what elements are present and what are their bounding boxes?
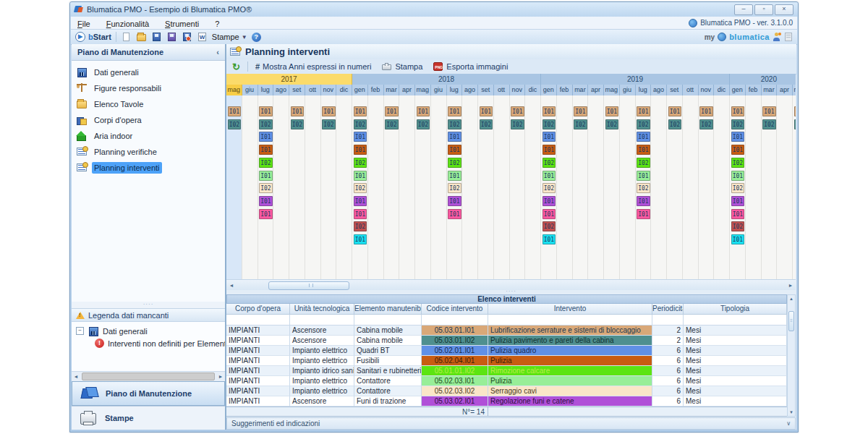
gantt-cell-05.03.01.I02[interactable]: I02 (291, 119, 305, 129)
gantt-cell-I01[interactable]: I01 (542, 209, 556, 219)
legend-tree-child[interactable]: ! Interventi non definiti per Elementi m… (76, 337, 222, 349)
status-bar[interactable]: Suggerimenti ed indicazioni ∨ (226, 417, 796, 430)
gantt-cell-05.03.01.I01[interactable]: I01 (259, 106, 273, 116)
gantt-cell-05.03.01.I02[interactable]: I02 (228, 119, 242, 129)
gantt-cell-05.01.01.I02[interactable]: I02 (542, 158, 556, 168)
user-account-button[interactable] (773, 33, 781, 41)
gantt-cell-I01[interactable]: I01 (542, 234, 556, 244)
save-button[interactable] (151, 32, 162, 42)
gantt-cell-05.03.01.I02[interactable]: I02 (699, 119, 713, 129)
nav-button-piano-di-manutenzione[interactable]: Piano di Manutenzione (72, 381, 225, 406)
gantt-cell-I01[interactable]: I01 (731, 209, 745, 219)
gantt-cell-05.03.02.I01[interactable]: I01 (259, 196, 273, 206)
legend-horizontal-scrollbar[interactable]: ◄ ► (72, 371, 225, 381)
filter-cell[interactable] (684, 315, 787, 326)
column-header-unit-tecnologica[interactable]: Unità tecnologica (290, 304, 354, 315)
gantt-cell-05.02.01.I01[interactable]: I01 (637, 132, 650, 142)
save-as-button[interactable] (182, 32, 192, 42)
table-scroll-thumb[interactable]: ≡ (788, 311, 794, 331)
gantt-cell-05.03.01.I01[interactable]: I01 (385, 106, 399, 116)
column-header-codice-intervento[interactable]: Codice intervento (422, 304, 488, 315)
gantt-cell-05.03.01.I02[interactable]: I02 (417, 119, 430, 129)
sidebar-item-aria-indoor[interactable]: Aria indoor (72, 128, 225, 144)
gantt-chart[interactable]: I01I01I01I01I01I01I01I01I01I01I01I01I01I… (226, 95, 796, 280)
sidebar-item-planning-verifiche[interactable]: Planning verifiche (72, 144, 225, 160)
column-header-tipologia[interactable]: Tipologia (684, 304, 787, 315)
gantt-cell-05.03.01.I02[interactable]: I02 (605, 119, 619, 129)
legend-tree-root[interactable]: − Dati generali (76, 325, 222, 337)
gantt-cell-05.02.04.I01[interactable]: I01 (637, 145, 650, 155)
menu-item-[interactable]: ? (213, 19, 221, 29)
stampe-dropdown[interactable]: Stampe ▼ (212, 33, 247, 41)
gantt-cell-05.03.01.I02[interactable]: I02 (794, 119, 796, 129)
table-row[interactable]: IMPIANTIImpianto elettricoContattore05.0… (226, 376, 787, 386)
gantt-cell-05.03.01.I02[interactable]: I02 (574, 119, 587, 129)
gantt-cell-05.03.01.I02[interactable]: I02 (354, 119, 367, 129)
sidebar-splitter[interactable]: ···· (72, 302, 225, 308)
sidebar-item-corpi-d-opera[interactable]: Corpi d'opera (72, 112, 225, 128)
scroll-up-icon[interactable]: ▲ (788, 295, 795, 302)
gantt-cell-05.03.02.I01[interactable]: I01 (542, 196, 556, 206)
gantt-cell-05.02.03.I01[interactable]: I01 (448, 171, 461, 181)
gantt-cell-05.03.01.I02[interactable]: I02 (322, 119, 336, 129)
filter-cell[interactable] (422, 315, 488, 326)
gantt-cell-05.01.01.I02[interactable]: I02 (448, 158, 461, 168)
gantt-cell-05.03.01.I02[interactable]: I02 (762, 119, 776, 129)
gantt-cell-05.02.03.I01[interactable]: I01 (259, 171, 273, 181)
gantt-cell-05.02.04.I01[interactable]: I01 (448, 145, 461, 155)
gantt-cell-05.03.01.I01[interactable]: I01 (322, 106, 336, 116)
table-vertical-scrollbar[interactable]: ▲ ≡ ▼ (787, 294, 796, 417)
gantt-cell-05.02.03.I01[interactable]: I01 (637, 171, 650, 181)
gantt-cell-05.03.01.I01[interactable]: I01 (762, 106, 776, 116)
bstart-button[interactable]: ▶ bStart (75, 32, 111, 42)
minimize-button[interactable]: – (734, 4, 753, 15)
gantt-cell-05.03.01.I01[interactable]: I01 (480, 106, 493, 116)
gantt-cell-05.03.01.I01[interactable]: I01 (417, 106, 430, 116)
gantt-cell-05.03.01.I01[interactable]: I01 (511, 106, 524, 116)
content-splitter[interactable]: ···· (226, 289, 796, 294)
filter-cell[interactable] (488, 315, 652, 326)
gantt-cell-05.03.01.I02[interactable]: I02 (259, 119, 273, 129)
gantt-cell-05.03.02.I01[interactable]: I01 (731, 196, 745, 206)
sidebar-header[interactable]: Piano di Manutenzione ‹ (72, 44, 225, 61)
table-row[interactable]: IMPIANTIImpianto elettricoContattore05.0… (226, 386, 787, 396)
gantt-cell-05.02.03.I02[interactable]: I02 (637, 183, 650, 193)
column-header-periodicit-[interactable]: Periodicità (652, 304, 684, 315)
close-button[interactable]: × (775, 4, 793, 15)
gantt-cell-I01[interactable]: I01 (259, 209, 273, 219)
filter-cell[interactable] (290, 315, 354, 326)
gantt-cell-05.03.01.I01[interactable]: I01 (542, 106, 556, 116)
filter-cell[interactable] (354, 315, 422, 326)
gantt-cell-I02[interactable]: I02 (731, 221, 745, 231)
table-row[interactable]: IMPIANTIAscensoreFuni di trazione05.03.0… (226, 396, 787, 407)
scroll-right-icon[interactable]: ► (216, 374, 225, 379)
gantt-cell-05.01.01.I02[interactable]: I02 (731, 158, 745, 168)
gantt-cell-05.02.04.I01[interactable]: I01 (259, 145, 273, 155)
gantt-cell-05.03.01.I02[interactable]: I02 (637, 119, 650, 129)
save-all-button[interactable] (166, 32, 177, 42)
gantt-cell-05.03.01.I01[interactable]: I01 (794, 106, 796, 116)
table-row[interactable]: IMPIANTIAscensoreCabina mobile05.03.01.I… (226, 326, 787, 336)
gantt-cell-05.02.04.I01[interactable]: I01 (731, 145, 745, 155)
menu-item-file[interactable]: File (75, 19, 93, 29)
menu-item-funzionalit[interactable]: Funzionalità (104, 19, 151, 29)
gantt-cell-05.02.04.I01[interactable]: I01 (354, 145, 367, 155)
scroll-right-icon[interactable]: ► (786, 283, 796, 288)
gantt-cell-05.03.01.I01[interactable]: I01 (448, 106, 461, 116)
filter-cell[interactable] (652, 315, 684, 326)
scroll-down-icon[interactable]: ▼ (788, 409, 795, 416)
column-header-corpo-d-opera[interactable]: Corpo d'opera (226, 304, 290, 315)
gantt-cell-05.03.01.I02[interactable]: I02 (731, 119, 745, 129)
gantt-cell-I02[interactable]: I02 (542, 221, 556, 231)
sidebar-item-planning-interventi[interactable]: Planning interventi (72, 160, 225, 176)
help-button[interactable]: ? (252, 33, 261, 42)
sidebar-item-elenco-tavole[interactable]: Elenco Tavole (72, 96, 225, 112)
gantt-cell-I02[interactable]: I02 (354, 221, 367, 231)
gantt-cell-05.02.01.I01[interactable]: I01 (448, 132, 461, 142)
gantt-cell-05.02.01.I01[interactable]: I01 (259, 132, 273, 142)
gantt-cell-I01[interactable]: I01 (448, 209, 461, 219)
gantt-cell-I01[interactable]: I01 (637, 209, 650, 219)
scroll-left-icon[interactable]: ◄ (226, 283, 237, 288)
gantt-cell-05.02.03.I02[interactable]: I02 (731, 183, 745, 193)
gantt-cell-05.02.03.I02[interactable]: I02 (448, 183, 461, 193)
